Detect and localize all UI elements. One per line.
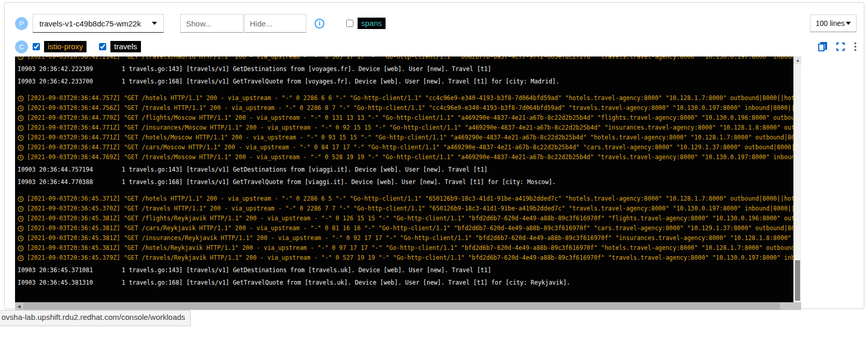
log-text: [2021-09-03T20:36:45.381Z] "GET /hotels/… xyxy=(27,243,801,253)
log-text: [2021-09-03T20:36:44.771Z] "GET /insuran… xyxy=(27,123,801,133)
info-icon[interactable]: i xyxy=(315,19,324,29)
log-toolbar-row-1: P travels-v1-c49b8dc75-wm22k i spans 100… xyxy=(15,13,857,34)
log-line-proxy: [2021-09-03T20:36:45.381Z] "GET /cars/Re… xyxy=(18,223,793,233)
log-text: [2021-09-03T20:36:44.769Z] "GET /travels… xyxy=(27,152,801,162)
log-line-app: I0903 20:36:44.770388 1 travels.go:168] … xyxy=(18,177,793,187)
container-badge: C xyxy=(15,40,28,53)
log-text: [2021-09-03T20:36:44.771Z] "GET /hotels/… xyxy=(27,133,801,143)
container-toggle-istio-proxy: istio-proxy xyxy=(33,41,87,52)
log-lines: [2021-09-03T20:36:42.214Z] "GET /travels… xyxy=(18,57,793,290)
pod-select-value: travels-v1-c49b8dc75-wm22k xyxy=(39,19,147,28)
vertical-scrollbar[interactable]: ▲ xyxy=(793,57,801,302)
clock-icon xyxy=(18,255,24,261)
scroll-left-arrow[interactable]: ◀ xyxy=(15,302,23,310)
lines-select[interactable]: 100 lines xyxy=(810,15,857,32)
log-line-proxy: [2021-09-03T20:36:45.370Z] "GET /travels… xyxy=(18,204,793,214)
container-label-travels: travels xyxy=(110,41,140,52)
clock-icon xyxy=(18,125,24,131)
log-text: [2021-09-03T20:36:45.381Z] "GET /cars/Re… xyxy=(27,223,801,233)
log-line-proxy: [2021-09-03T20:36:45.381Z] "GET /insuran… xyxy=(18,233,793,243)
log-line-proxy: [2021-09-03T20:36:44.757Z] "GET /hotels … xyxy=(18,93,793,103)
log-text: [2021-09-03T20:36:45.371Z] "GET /hotels … xyxy=(27,194,801,204)
container-label-istio-proxy: istio-proxy xyxy=(44,41,87,52)
log-text: [2021-09-03T20:36:44.757Z] "GET /hotels … xyxy=(27,93,801,103)
clock-icon xyxy=(18,95,24,102)
log-line-proxy: [2021-09-03T20:36:44.771Z] "GET /hotels/… xyxy=(18,133,793,143)
clock-icon xyxy=(18,196,24,202)
scroll-up-arrow[interactable]: ▲ xyxy=(794,57,801,64)
log-text: [2021-09-03T20:36:45.381Z] "GET /insuran… xyxy=(27,233,801,243)
clock-icon xyxy=(18,57,24,60)
log-line-app: I0903 20:36:45.371081 1 travels.go:143] … xyxy=(18,265,793,275)
show-filter-input[interactable] xyxy=(180,14,244,33)
container-checkbox-travels[interactable] xyxy=(99,43,106,50)
clock-icon xyxy=(18,155,24,161)
clock-icon xyxy=(18,235,24,242)
log-line-proxy: [2021-09-03T20:36:45.379Z] "GET /travels… xyxy=(18,253,793,263)
log-line-proxy: [2021-09-03T20:36:44.756Z] "GET /travels… xyxy=(18,103,793,113)
container-toggle-travels: travels xyxy=(99,41,140,52)
clock-icon xyxy=(18,145,24,151)
log-panel: [2021-09-03T20:36:42.214Z] "GET /travels… xyxy=(15,57,801,302)
log-toolbar-row-2: C istio-proxy travels xyxy=(15,40,857,53)
chevron-down-icon xyxy=(152,22,157,25)
log-line-proxy: [2021-09-03T20:36:44.771Z] "GET /cars/Mo… xyxy=(18,143,793,152)
log-line-app: I0903 20:36:45.381310 1 travels.go:168] … xyxy=(18,278,793,288)
clock-icon xyxy=(18,135,24,141)
lines-select-value: 100 lines xyxy=(816,19,845,27)
log-line-proxy: [2021-09-03T20:36:45.371Z] "GET /hotels … xyxy=(18,194,793,204)
spans-label: spans xyxy=(358,18,386,29)
log-line-app: I0903 20:36:44.757194 1 travels.go:143] … xyxy=(18,165,793,175)
clock-icon xyxy=(18,216,24,222)
container-checkbox-istio-proxy[interactable] xyxy=(33,43,40,50)
log-line-proxy: [2021-09-03T20:36:44.770Z] "GET /flights… xyxy=(18,113,793,123)
horizontal-scrollbar-thumb[interactable] xyxy=(23,303,780,310)
log-text: [2021-09-03T20:36:44.756Z] "GET /travels… xyxy=(27,103,801,113)
expand-icon[interactable] xyxy=(836,43,845,51)
horizontal-scrollbar[interactable]: ◀ xyxy=(15,302,801,310)
log-text: [2021-09-03T20:36:44.771Z] "GET /cars/Mo… xyxy=(27,143,801,152)
log-line-proxy: [2021-09-03T20:36:44.769Z] "GET /travels… xyxy=(18,152,793,162)
log-text: [2021-09-03T20:36:44.770Z] "GET /flights… xyxy=(27,113,801,123)
log-text: [2021-09-03T20:36:42.214Z] "GET /travels… xyxy=(27,57,801,62)
log-line-proxy: [2021-09-03T20:36:42.214Z] "GET /travels… xyxy=(18,57,793,62)
chevron-down-icon xyxy=(846,22,851,25)
spans-checkbox[interactable] xyxy=(346,20,353,27)
log-line-proxy: [2021-09-03T20:36:45.381Z] "GET /hotels/… xyxy=(18,243,793,253)
clock-icon xyxy=(18,245,24,251)
logs-card: P travels-v1-c49b8dc75-wm22k i spans 100… xyxy=(4,2,864,309)
clock-icon xyxy=(18,105,24,111)
vertical-scrollbar-thumb[interactable] xyxy=(795,260,800,301)
clock-icon xyxy=(18,115,24,121)
link-preview-tooltip: ovsha-lab.upshift.rdu2.redhat.com/consol… xyxy=(0,310,191,326)
log-text: [2021-09-03T20:36:45.379Z] "GET /travels… xyxy=(27,253,801,263)
pod-select[interactable]: travels-v1-c49b8dc75-wm22k xyxy=(33,14,164,33)
pod-badge: P xyxy=(15,17,28,30)
clock-icon xyxy=(18,206,24,212)
hide-filter-input[interactable] xyxy=(244,14,306,33)
copy-icon[interactable] xyxy=(818,42,827,51)
log-text: [2021-09-03T20:36:45.381Z] "GET /flights… xyxy=(27,214,801,223)
clock-icon xyxy=(18,226,24,232)
log-line-app: I0903 20:36:42.233700 1 travels.go:168] … xyxy=(18,77,793,87)
log-line-app: I0903 20:36:42.222309 1 travels.go:143] … xyxy=(18,64,793,74)
log-text: [2021-09-03T20:36:45.370Z] "GET /travels… xyxy=(27,204,801,214)
log-actions xyxy=(818,42,857,51)
log-line-proxy: [2021-09-03T20:36:44.771Z] "GET /insuran… xyxy=(18,123,793,133)
kebab-icon[interactable] xyxy=(854,42,857,51)
log-line-proxy: [2021-09-03T20:36:45.381Z] "GET /flights… xyxy=(18,214,793,223)
